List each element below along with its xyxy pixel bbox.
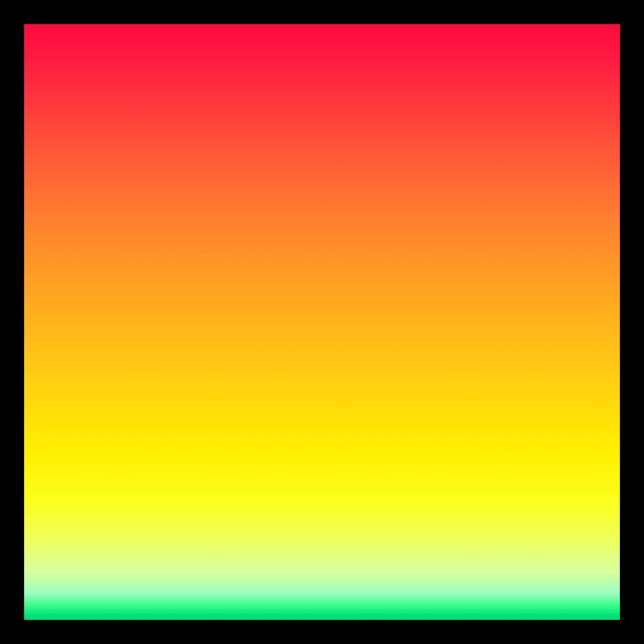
chart-svg — [24, 24, 620, 620]
chart-plot-area — [24, 24, 620, 620]
